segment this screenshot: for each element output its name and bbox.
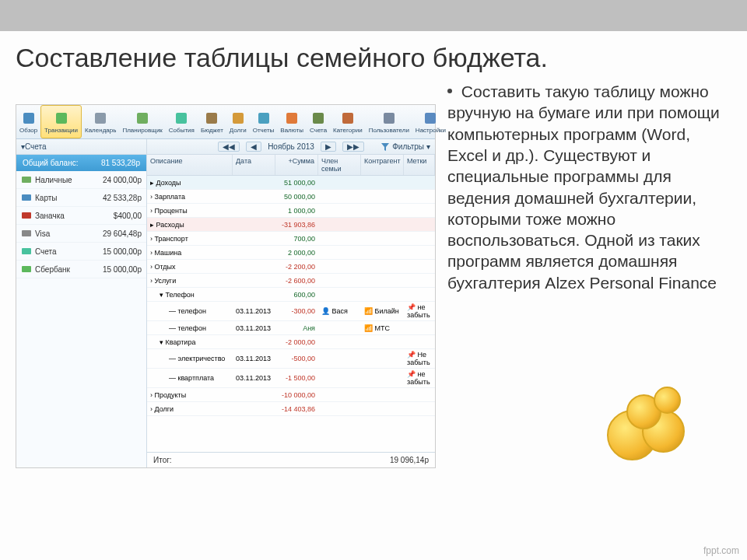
prev-button[interactable]: ◀ <box>246 142 261 152</box>
cell-sum: -1 500,00 <box>275 373 318 383</box>
cell-member <box>318 327 361 330</box>
toolbar-icon <box>230 110 246 126</box>
account-name: Наличные <box>35 176 72 184</box>
svg-rect-14 <box>22 194 31 201</box>
cell-agent <box>361 251 404 254</box>
cell-sum: -31 903,86 <box>275 219 318 230</box>
main-panel: ◀◀ ◀ Ноябрь 2013 ▶ ▶▶ Фильтры ▾ Описание… <box>147 139 435 467</box>
col-date[interactable]: Дата <box>233 155 275 175</box>
account-icon <box>21 264 32 275</box>
col-tags[interactable]: Метки <box>404 155 435 175</box>
account-row[interactable]: Карты42 533,28p <box>16 189 146 207</box>
account-value: 15 000,00p <box>103 247 142 256</box>
cell-sum: -2 600,00 <box>275 275 318 286</box>
description-text: Составить такую таблицу можно вручную на… <box>447 82 720 292</box>
table-row[interactable]: — телефон 03.11.2013 -300,00 👤 Вася 📶 Би… <box>147 302 435 321</box>
toolbar-пользователи[interactable]: Пользователи <box>366 105 412 138</box>
cell-agent: 📶 МТС <box>361 323 404 334</box>
toolbar-icon <box>381 110 397 126</box>
cell-desc: — квартплата <box>147 373 233 383</box>
table-row[interactable]: › Зарплата 50 000,00 <box>147 190 435 204</box>
table-row[interactable]: — электричество 03.11.2013 -500,00 📌 Не … <box>147 349 435 369</box>
table-row[interactable]: › Продукты -10 000,00 <box>147 388 435 402</box>
cell-desc: › Машина <box>147 247 233 258</box>
cell-date <box>233 251 275 254</box>
toolbar-долги[interactable]: Долги <box>226 105 250 138</box>
table-row[interactable]: — квартплата 03.11.2013 -1 500,00 📌 не з… <box>147 369 435 388</box>
col-agent[interactable]: Контрагент <box>361 155 404 175</box>
cell-agent <box>361 293 404 296</box>
toolbar-категории[interactable]: Категории <box>330 105 366 138</box>
cell-agent <box>361 209 404 212</box>
svg-rect-13 <box>22 177 31 183</box>
table-row[interactable]: › Услуги -2 600,00 <box>147 274 435 288</box>
next-button[interactable]: ▶ <box>321 142 336 152</box>
cell-tag: 📌 Не забыть <box>404 349 435 368</box>
cell-member <box>318 341 361 344</box>
col-sum[interactable]: +Сумма <box>275 155 318 175</box>
cell-date <box>233 265 275 268</box>
account-row[interactable]: Visa29 604,48p <box>16 225 146 243</box>
prev-month-button[interactable]: ◀◀ <box>218 142 240 152</box>
next-month-button[interactable]: ▶▶ <box>342 142 364 152</box>
toolbar-label: Календарь <box>85 127 116 134</box>
col-member[interactable]: Член семьи <box>318 155 361 175</box>
col-description[interactable]: Описание <box>147 155 233 175</box>
account-row[interactable]: Наличные24 000,00p <box>16 171 146 189</box>
account-name: Сбербанк <box>35 265 70 274</box>
table-row[interactable]: ▾ Квартира -2 000,00 <box>147 335 435 349</box>
account-name: Счета <box>35 247 57 256</box>
cell-sum: 2 000,00 <box>275 247 318 258</box>
toolbar-отчеты[interactable]: Отчеты <box>250 105 278 138</box>
table-row[interactable]: › Проценты 1 000,00 <box>147 204 435 218</box>
cell-member <box>318 237 361 240</box>
svg-rect-3 <box>137 113 148 124</box>
toolbar-валюты[interactable]: Валюты <box>277 105 307 138</box>
svg-rect-5 <box>206 113 217 124</box>
sidebar-header[interactable]: ▾ Счета <box>16 139 146 155</box>
table-row[interactable]: › Отдых -2 200,00 <box>147 260 435 274</box>
toolbar-события[interactable]: События <box>166 105 198 138</box>
cell-agent <box>361 223 404 226</box>
table-row[interactable]: › Транспорт 700,00 <box>147 232 435 246</box>
toolbar-label: Транзакции <box>44 127 78 134</box>
table-row[interactable]: ▸ Доходы 51 000,00 <box>147 176 435 190</box>
cell-tag: 📌 не забыть <box>404 369 435 387</box>
footer-value: 19 096,14p <box>390 456 429 464</box>
cell-date <box>233 341 275 344</box>
toolbar-label: Обзор <box>19 127 37 134</box>
svg-rect-4 <box>176 113 187 124</box>
cell-sum: -500,00 <box>275 353 318 364</box>
toolbar-обзор[interactable]: Обзор <box>16 105 40 138</box>
cell-agent <box>361 181 404 184</box>
toolbar-планировщик[interactable]: Планировщик <box>119 105 165 138</box>
cell-tag <box>404 181 435 184</box>
toolbar-бюджет[interactable]: Бюджет <box>198 105 226 138</box>
cell-member <box>318 279 361 282</box>
filters-button[interactable]: Фильтры ▾ <box>381 142 430 152</box>
toolbar-календарь[interactable]: Календарь <box>82 105 119 138</box>
cell-date <box>233 408 275 411</box>
toolbar-icon <box>284 110 300 126</box>
table-row[interactable]: ▸ Расходы -31 903,86 <box>147 218 435 232</box>
cell-sum: -300,00 <box>275 306 318 317</box>
sidebar-title: Счета <box>25 142 47 151</box>
period-label[interactable]: Ноябрь 2013 <box>268 142 314 151</box>
cell-sum: Аня <box>275 323 318 334</box>
balance-row: Общий баланс: 81 533,28p <box>16 155 146 171</box>
cell-desc: — телефон <box>147 306 233 317</box>
table-row[interactable]: ▾ Телефон 600,00 <box>147 288 435 302</box>
table-row[interactable]: — телефон 03.11.2013 Аня 📶 МТС <box>147 321 435 335</box>
table-row[interactable]: › Долги -14 403,86 <box>147 402 435 416</box>
account-name: Карты <box>35 194 58 202</box>
account-row[interactable]: Заначка$400,00 <box>16 207 146 225</box>
svg-rect-2 <box>95 113 106 124</box>
cell-tag <box>404 223 435 226</box>
account-row[interactable]: Счета15 000,00p <box>16 243 146 261</box>
table-row[interactable]: › Машина 2 000,00 <box>147 246 435 260</box>
cell-tag <box>404 265 435 268</box>
toolbar-счета[interactable]: Счета <box>307 105 330 138</box>
cell-sum: 700,00 <box>275 233 318 244</box>
toolbar-транзакции[interactable]: Транзакции <box>40 105 82 138</box>
account-row[interactable]: Сбербанк15 000,00p <box>16 261 146 278</box>
